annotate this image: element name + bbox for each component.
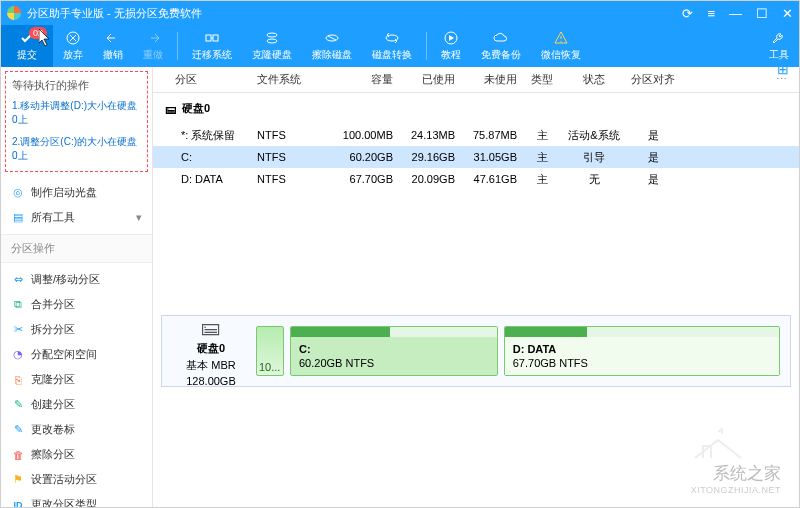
- col-type[interactable]: 类型: [521, 72, 563, 87]
- sidebar-item[interactable]: ✎创建分区: [1, 392, 152, 417]
- create-icon: ✎: [11, 398, 25, 412]
- sidebar-item[interactable]: ✂拆分分区: [1, 317, 152, 342]
- table-row[interactable]: C:NTFS60.20GB29.16GB31.05GB主引导是: [153, 146, 799, 168]
- disk-map-partition-d[interactable]: D: DATA67.70GB NTFS: [504, 326, 780, 376]
- sidebar-item-label: 制作启动光盘: [31, 185, 97, 200]
- col-more-icon[interactable]: ⋯: [681, 73, 791, 86]
- sidebar-item-label: 设置活动分区: [31, 472, 97, 487]
- main-panel: ⊞ 分区 文件系统 容量 已使用 未使用 类型 状态 分区对齐 ⋯ 🖴 硬盘0 …: [153, 67, 799, 507]
- disk-map-reserved[interactable]: 10...: [256, 326, 284, 376]
- commit-badge: 02: [29, 27, 47, 39]
- disk-group-header[interactable]: 🖴 硬盘0: [153, 93, 799, 124]
- svg-rect-1: [206, 35, 211, 41]
- label-icon: ✎: [11, 423, 25, 437]
- wrench-icon: [771, 30, 787, 46]
- window-controls: ⟳ ≡ — ☐ ✕: [682, 6, 793, 21]
- sidebar: 等待执行的操作 1.移动并调整(D:)大小在硬盘0上 2.调整分区(C:)的大小…: [1, 67, 153, 507]
- svg-point-3: [267, 33, 277, 37]
- sidebar-item[interactable]: ⇔调整/移动分区: [1, 267, 152, 292]
- disk-map-partition-c[interactable]: C:60.20GB NTFS: [290, 326, 498, 376]
- clone-disk-icon: [264, 30, 280, 46]
- migrate-icon: [204, 30, 220, 46]
- hdd-icon: 🖴: [201, 316, 221, 339]
- wipe-icon: 🗑: [11, 448, 25, 462]
- cloud-icon: [493, 30, 509, 46]
- cancel-icon: [65, 30, 81, 46]
- sidebar-ops-header: 分区操作: [1, 234, 152, 263]
- wechat-recover-button[interactable]: 微信恢复: [531, 25, 591, 67]
- app-logo-icon: [7, 6, 21, 20]
- sidebar-item[interactable]: ⎘克隆分区: [1, 367, 152, 392]
- apps-icon[interactable]: ⊞: [777, 61, 789, 77]
- migrate-os-button[interactable]: 迁移系统: [182, 25, 242, 67]
- minimize-icon[interactable]: —: [729, 6, 742, 21]
- convert-disk-button[interactable]: 磁盘转换: [362, 25, 422, 67]
- sidebar-item-label: 更改分区类型: [31, 497, 97, 507]
- undo-icon: [105, 30, 121, 46]
- sidebar-item[interactable]: 🗑擦除分区: [1, 442, 152, 467]
- sidebar-item-label: 创建分区: [31, 397, 75, 412]
- sidebar-item[interactable]: ⚑设置活动分区: [1, 467, 152, 492]
- sidebar-item-label: 分配空闲空间: [31, 347, 97, 362]
- table-row[interactable]: D: DATANTFS67.70GB20.09GB47.61GB主无是: [153, 168, 799, 190]
- disk-map-info[interactable]: 🖴 硬盘0 基本 MBR 128.00GB: [172, 326, 250, 376]
- pending-header: 等待执行的操作: [12, 76, 141, 95]
- redo-icon: [145, 30, 161, 46]
- sidebar-item[interactable]: ⧉合并分区: [1, 292, 152, 317]
- sidebar-item-label: 调整/移动分区: [31, 272, 100, 287]
- list-icon: ▤: [11, 211, 25, 225]
- window-title: 分区助手专业版 - 无损分区免费软件: [27, 6, 682, 21]
- col-status[interactable]: 状态: [563, 72, 625, 87]
- wipe-disk-icon: [324, 30, 340, 46]
- svg-point-4: [267, 39, 277, 43]
- maximize-icon[interactable]: ☐: [756, 6, 768, 21]
- disk-icon: 🖴: [165, 103, 176, 115]
- discard-button[interactable]: 放弃: [53, 25, 93, 67]
- sidebar-item[interactable]: ▤所有工具▾: [1, 205, 152, 230]
- toolbar: 02 提交 放弃 撤销 重做 迁移系统 克隆硬盘 擦除磁盘 磁盘转换 教程 免费…: [1, 25, 799, 67]
- clone-disk-button[interactable]: 克隆硬盘: [242, 25, 302, 67]
- close-icon[interactable]: ✕: [782, 6, 793, 21]
- sidebar-item-label: 擦除分区: [31, 447, 75, 462]
- merge-icon: ⧉: [11, 298, 25, 312]
- col-capacity[interactable]: 容量: [325, 72, 397, 87]
- chevron-down-icon: ▾: [136, 211, 142, 224]
- col-free[interactable]: 未使用: [459, 72, 521, 87]
- col-filesystem[interactable]: 文件系统: [253, 72, 325, 87]
- wipe-disk-button[interactable]: 擦除磁盘: [302, 25, 362, 67]
- col-align[interactable]: 分区对齐: [625, 72, 681, 87]
- refresh-icon[interactable]: ⟳: [682, 6, 693, 21]
- sidebar-item-label: 更改卷标: [31, 422, 75, 437]
- pending-operations-panel: 等待执行的操作 1.移动并调整(D:)大小在硬盘0上 2.调整分区(C:)的大小…: [5, 71, 148, 172]
- table-row[interactable]: *: 系统保留NTFS100.00MB24.13MB75.87MB主活动&系统是: [153, 124, 799, 146]
- allocate-icon: ◔: [11, 348, 25, 362]
- sidebar-item[interactable]: ID更改分区类型: [1, 492, 152, 507]
- pending-op[interactable]: 2.调整分区(C:)的大小在硬盘0上: [12, 131, 141, 167]
- active-icon: ⚑: [11, 473, 25, 487]
- warning-icon: [553, 30, 569, 46]
- sidebar-item-label: 所有工具: [31, 210, 75, 225]
- split-icon: ✂: [11, 323, 25, 337]
- sidebar-item-label: 合并分区: [31, 297, 75, 312]
- convert-icon: [384, 30, 400, 46]
- col-partition[interactable]: 分区: [153, 72, 253, 87]
- col-used[interactable]: 已使用: [397, 72, 459, 87]
- sidebar-item[interactable]: ✎更改卷标: [1, 417, 152, 442]
- backup-button[interactable]: 免费备份: [471, 25, 531, 67]
- sidebar-item[interactable]: ◔分配空闲空间: [1, 342, 152, 367]
- play-icon: [443, 30, 459, 46]
- tutorial-button[interactable]: 教程: [431, 25, 471, 67]
- sidebar-item-label: 拆分分区: [31, 322, 75, 337]
- svg-rect-2: [213, 35, 218, 41]
- commit-button[interactable]: 02 提交: [1, 25, 53, 67]
- cd-icon: ◎: [11, 186, 25, 200]
- undo-button[interactable]: 撤销: [93, 25, 133, 67]
- id-icon: ID: [11, 498, 25, 508]
- sidebar-item[interactable]: ◎制作启动光盘: [1, 180, 152, 205]
- redo-button[interactable]: 重做: [133, 25, 173, 67]
- disk-map: 🖴 硬盘0 基本 MBR 128.00GB 10... C:60.20GB NT…: [161, 315, 791, 387]
- menu-icon[interactable]: ≡: [707, 6, 715, 21]
- sidebar-item-label: 克隆分区: [31, 372, 75, 387]
- table-header: 分区 文件系统 容量 已使用 未使用 类型 状态 分区对齐 ⋯: [153, 67, 799, 93]
- pending-op[interactable]: 1.移动并调整(D:)大小在硬盘0上: [12, 95, 141, 131]
